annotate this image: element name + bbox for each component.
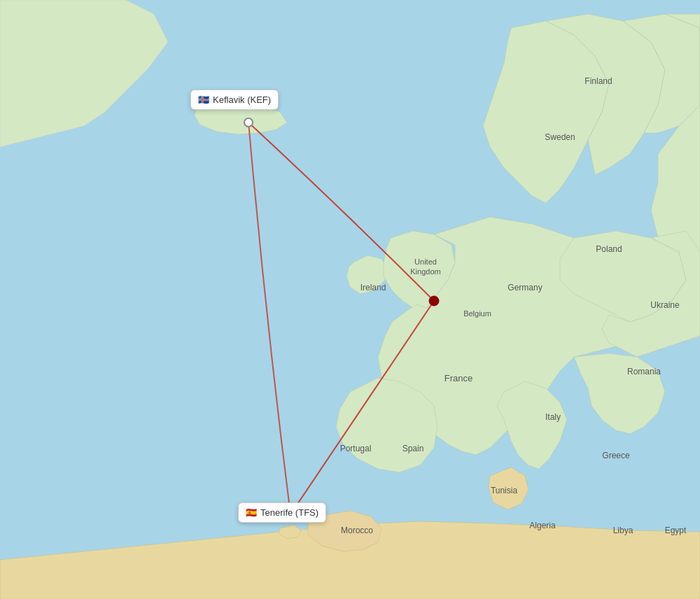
portugal-label: Portugal [340,444,372,453]
italy-label: Italy [545,412,561,422]
kef-flag: 🇮🇸 [198,94,209,105]
france-label: France [444,373,472,383]
libya-label: Libya [613,526,634,535]
ireland-label: Ireland [360,283,386,293]
map-container: Finland Sweden Ireland United Kingdom Po… [0,0,700,599]
kef-dot [244,118,253,127]
kef-text: Keflavik (KEF) [213,94,271,105]
tunisia-label: Tunisia [491,486,518,495]
ukraine-label: Ukraine [650,300,680,310]
lhr-dot [429,296,439,306]
romania-label: Romania [627,367,661,376]
egypt-label: Egypt [665,526,687,535]
tfs-flag: 🇪🇸 [246,507,257,518]
tfs-label: 🇪🇸 Tenerife (TFS) [238,502,326,523]
uk-label-line2: Kingdom [410,267,440,276]
spain-label: Spain [402,444,424,453]
poland-label: Poland [596,244,622,254]
uk-label-line1: United [414,258,437,266]
map-svg: Finland Sweden Ireland United Kingdom Po… [0,0,700,599]
finland-label: Finland [584,76,612,86]
algeria-label: Algeria [529,521,556,530]
greece-label: Greece [602,451,630,460]
tfs-text: Tenerife (TFS) [260,507,318,518]
morocco-label: Morocco [341,526,373,535]
sweden-label: Sweden [545,132,575,142]
kef-label: 🇮🇸 Keflavik (KEF) [190,90,279,110]
belgium-label: Belgium [463,309,491,318]
germany-label: Germany [507,283,542,293]
